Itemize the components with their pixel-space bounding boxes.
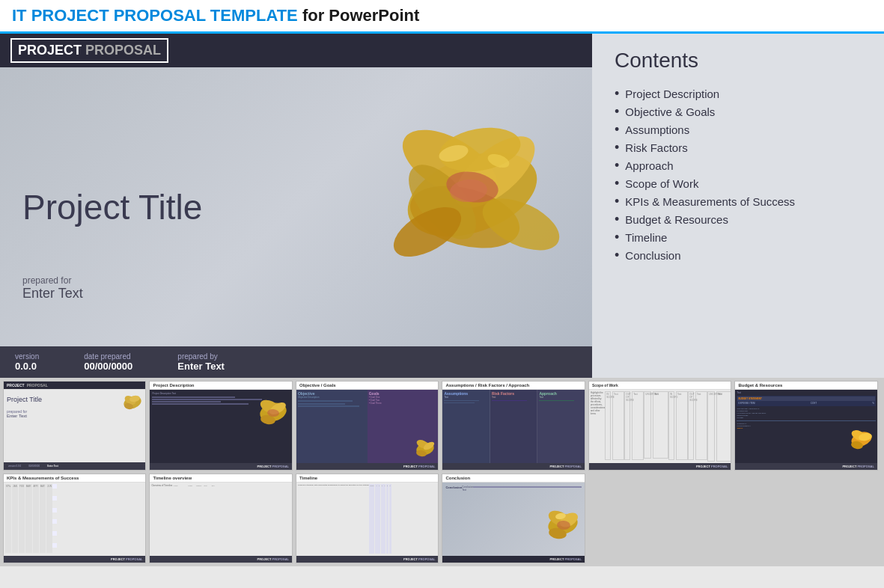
thumb-conclusion[interactable]: Conclusion Conclusion Conclusion Text PR… [442,474,585,563]
contents-item: Assumptions [615,120,862,138]
prepared-for-value: Enter Text [22,286,83,301]
thumb-footer-scope: PROJECT PROPOSAL [589,463,731,470]
thumb-header-obj: Objective / Goals [296,382,438,390]
prepared-by-value: Enter Text [177,361,225,372]
version-value: 0.0.0 [15,361,37,372]
slide-preview: PROJECT PROPOSAL Project Title [0,34,592,378]
title-part1: IT PROJECT PROPOSAL TEMPLATE [12,6,298,25]
thumb-footer-budget: PROJECT PROPOSAL [735,463,877,470]
thumb-footer-assumptions: PROJECT PROPOSAL [442,463,584,470]
thumb-3d-icon [121,391,144,414]
contents-item: KPIs & Measurements of Success [615,192,862,210]
thumb-header-kpis: KPIs & Measurements of Success [4,474,145,483]
thumb-body-conclusion: Conclusion Conclusion Text [442,483,584,556]
thumb-header-timeline: Timeline [296,474,438,483]
conclusion-3d-icon [544,503,582,545]
contents-item: Scope of Work [615,174,862,192]
thumb-scope[interactable]: Scope of Work Highlight the processes af… [588,381,731,471]
badge-part2: PROPOSAL [82,43,161,58]
budget-3d-icon [848,426,874,452]
thumb-header-cover: PROJECTPROPOSAL [4,382,145,390]
thumb-body-kpis: KPIs JAN FEB MAR APR MAY JUN [4,483,145,556]
prepared-by-label: prepared by [177,352,217,361]
contents-panel: Contents Project DescriptionObjective & … [592,34,884,378]
contents-title: Contents [615,49,862,73]
slide-top-bar: PROJECT PROPOSAL [0,34,592,67]
thumb-footer-timeline-ov: PROJECT PROPOSAL [150,556,291,563]
thumb-objective[interactable]: Objective / Goals Objective Objective De… [296,381,439,471]
contents-item: Conclusion [615,246,862,264]
footer-version: version 0.0.0 [15,352,39,372]
thumb-body-cover: Project Title prepared for Enter Text ve… [4,390,145,470]
thumb-footer-desc: PROJECT PROPOSAL [150,463,291,470]
thumb-body-scope: Highlight the processes affected by the … [589,390,731,463]
contents-item: Objective & Goals [615,102,862,120]
date-value: 00/00/0000 [84,361,132,372]
thumb-header-budget: Budget & Resources [735,382,877,390]
goals-3d-icon [414,435,436,462]
contents-item: Project Description [615,85,862,102]
page-title: IT PROJECT PROPOSAL TEMPLATE for PowerPo… [12,6,872,25]
contents-item: Risk Factors [615,138,862,156]
thumb-timeline-overview[interactable]: Timeline overview Overview of Timeline A… [149,474,292,563]
prepared-for-label: prepared for [22,275,83,286]
title-part2: for PowerPoint [302,6,419,25]
thumbnail-grid: PROJECTPROPOSAL Project Title prepared f… [0,378,884,566]
thumb-cover[interactable]: PROJECTPROPOSAL Project Title prepared f… [3,381,146,471]
thumb-header-timeline-ov: Timeline overview [150,474,291,483]
thumb-body-timeline-ov: Overview of Timeline Activity Phase Time… [150,483,291,556]
thumb-kpis[interactable]: KPIs & Measurements of Success KPIs JAN … [3,474,146,563]
decorative-3d-shape [375,75,570,284]
date-label: date prepared [84,352,130,361]
thumb-footer-timeline: PROJECT PROPOSAL [296,556,438,563]
version-label: version [15,352,39,361]
thumb-body-obj: Objective Objective Description Goals • … [296,390,438,463]
slide-content: Project Title [0,67,592,346]
footer-date: date prepared 00/00/0000 [84,352,132,372]
thumb-project-desc[interactable]: Project Description Project Description … [149,381,292,471]
thumb-footer-kpis: PROJECT PROPOSAL [4,556,145,563]
thumb-body-timeline: Produce a timeline, with associated deli… [296,483,438,556]
badge-part1: PROJECT [18,43,82,58]
project-title: Project Title [22,187,202,227]
footer-prepared-by: prepared by Enter Text [177,352,225,372]
contents-item: Approach [615,156,862,174]
thumb-header-desc: Project Description [150,382,291,390]
main-area: PROJECT PROPOSAL Project Title [0,34,884,378]
contents-item: Budget & Resources [615,210,862,228]
contents-item: Timeline [615,228,862,246]
thumb-footer-obj: PROJECT PROPOSAL [296,463,438,470]
thumb-body-assumptions: Assumptions Text Risk Factors Text Appro… [442,390,584,463]
thumb-body-budget: Text BUDGET STATEMENT EXPENSE ITEM COST … [735,390,877,463]
thumb-timeline-gantt[interactable]: Timeline Produce a timeline, with associ… [296,474,439,563]
thumb-header-assumptions: Assumptions / Risk Factors / Approach [442,382,584,390]
thumb-footer-conclusion: PROJECT PROPOSAL [442,556,584,563]
desc-3d-icon [257,393,290,431]
prepared-for-area: prepared for Enter Text [22,275,83,301]
thumb-budget[interactable]: Budget & Resources Text BUDGET STATEMENT… [734,381,877,471]
slide-footer: version 0.0.0 date prepared 00/00/0000 p… [0,346,592,378]
project-proposal-badge: PROJECT PROPOSAL [10,38,168,63]
contents-list: Project DescriptionObjective & GoalsAssu… [615,85,862,264]
thumb-header-conclusion: Conclusion [442,474,584,483]
thumb-body-desc: Project Description Text [150,390,291,463]
thumb-header-scope: Scope of Work [589,382,731,390]
thumb-assumptions[interactable]: Assumptions / Risk Factors / Approach As… [442,381,585,471]
page-header: IT PROJECT PROPOSAL TEMPLATE for PowerPo… [0,0,884,34]
